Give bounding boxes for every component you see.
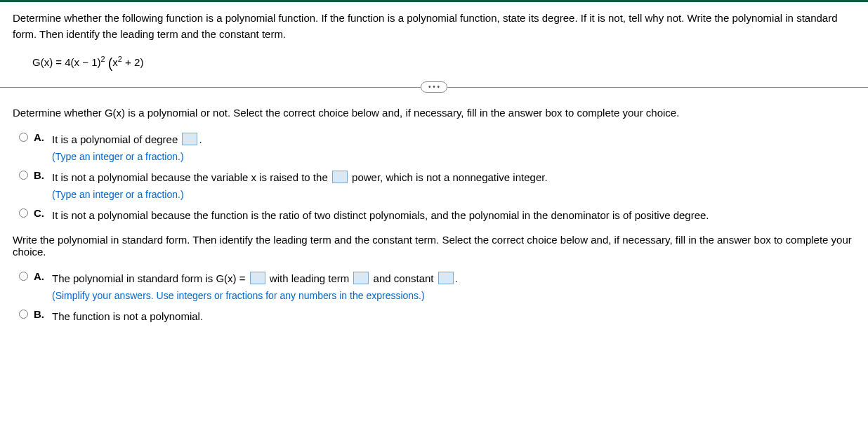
q2-radio-a[interactable] bbox=[19, 272, 28, 281]
q1-radio-b[interactable] bbox=[19, 171, 28, 180]
q1-prompt: Determine whether G(x) is a polynomial o… bbox=[13, 107, 855, 119]
q2-option-a: A. The polynomial in standard form is G(… bbox=[15, 270, 855, 304]
paren-open: ( bbox=[105, 55, 113, 71]
q2-body-b: The function is not a polynomial. bbox=[52, 308, 203, 325]
q1-option-b: B. It is not a polynomial because the va… bbox=[15, 169, 855, 203]
q1c-text: It is not a polynomial because the funct… bbox=[52, 209, 709, 221]
function-expression: G(x) = 4(x − 1)2 (x2 + 2) (x bbox=[32, 55, 855, 72]
content-area: Determine whether the following function… bbox=[0, 2, 868, 343]
q2-radio-b[interactable] bbox=[19, 310, 28, 319]
q1a-post: . bbox=[199, 133, 202, 145]
func-part2: x bbox=[112, 56, 118, 68]
q2a-constant-input[interactable] bbox=[438, 272, 454, 284]
func-part1: G(x) = 4(x − 1) bbox=[32, 56, 101, 68]
q2-options: A. The polynomial in standard form is G(… bbox=[15, 270, 855, 325]
q1-body-b: It is not a polynomial because the varia… bbox=[52, 169, 548, 203]
q2b-text: The function is not a polynomial. bbox=[52, 310, 203, 322]
q1b-pre: It is not a polynomial because the varia… bbox=[52, 171, 331, 183]
q1b-power-input[interactable] bbox=[332, 171, 348, 183]
q2-letter-a: A. bbox=[34, 270, 46, 282]
q1b-hint: (Type an integer or a fraction.) bbox=[52, 189, 184, 200]
q2a-leading-term-input[interactable] bbox=[353, 272, 369, 284]
func-tail: + 2) bbox=[122, 56, 143, 68]
q1a-hint: (Type an integer or a fraction.) bbox=[52, 151, 184, 162]
q1-radio-a[interactable] bbox=[19, 133, 28, 142]
q1-body-a: It is a polynomial of degree . (Type an … bbox=[52, 131, 202, 165]
q1-options: A. It is a polynomial of degree . (Type … bbox=[15, 131, 855, 224]
q1a-degree-input[interactable] bbox=[182, 133, 197, 145]
q2a-pre: The polynomial in standard form is G(x) … bbox=[52, 272, 249, 284]
q2a-mid2: and constant bbox=[370, 272, 436, 284]
q1-option-a: A. It is a polynomial of degree . (Type … bbox=[15, 131, 855, 165]
q1-radio-c[interactable] bbox=[19, 208, 28, 218]
q2-prompt: Write the polynomial in standard form. T… bbox=[13, 234, 855, 258]
q2a-hint: (Simplify your answers. Use integers or … bbox=[52, 290, 425, 301]
section-divider: • • • bbox=[0, 80, 868, 94]
q1-letter-a: A. bbox=[34, 131, 46, 143]
q1-option-c: C. It is not a polynomial because the fu… bbox=[15, 207, 855, 224]
q1a-pre: It is a polynomial of degree bbox=[52, 133, 180, 145]
q2a-standard-form-input[interactable] bbox=[250, 272, 265, 284]
q2-letter-b: B. bbox=[34, 308, 46, 320]
q2-body-a: The polynomial in standard form is G(x) … bbox=[52, 270, 458, 304]
q2a-mid1: with leading term bbox=[267, 272, 353, 284]
q1-letter-b: B. bbox=[34, 169, 46, 181]
problem-statement: Determine whether the following function… bbox=[13, 11, 855, 42]
expand-collapse-pill[interactable]: • • • bbox=[421, 81, 447, 93]
q1b-post: power, which is not a nonnegative intege… bbox=[349, 171, 548, 183]
q2a-post: . bbox=[455, 272, 458, 284]
q1-letter-c: C. bbox=[34, 207, 46, 219]
q2-option-b: B. The function is not a polynomial. bbox=[15, 308, 855, 325]
q1-body-c: It is not a polynomial because the funct… bbox=[52, 207, 709, 224]
